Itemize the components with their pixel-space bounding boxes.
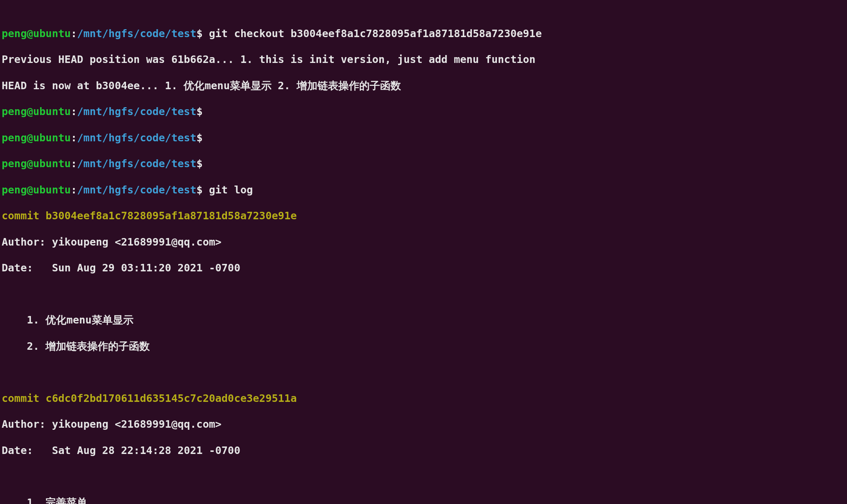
prompt-user: peng@ubuntu [2, 132, 71, 144]
prompt-dollar: $ [197, 105, 203, 118]
blank [2, 470, 845, 483]
prompt-line-gitlog: peng@ubuntu:/mnt/hgfs/code/test$ git log [2, 183, 845, 196]
prompt-path: /mnt/hgfs/code/test [77, 158, 197, 170]
prompt-path: /mnt/hgfs/code/test [77, 184, 197, 196]
blank [2, 288, 845, 301]
prompt-sep: : [71, 132, 77, 144]
prompt-user: peng@ubuntu [2, 105, 71, 118]
commit-msg-1b: 2. 增加链表操作的子函数 [2, 340, 845, 353]
commit-author-1: Author: yikoupeng <21689991@qq.com> [2, 236, 845, 248]
commit-msg-1a: 1. 优化menu菜单显示 [2, 313, 845, 326]
prompt-user: peng@ubuntu [2, 184, 71, 196]
blank [2, 366, 845, 379]
commit-date-2: Date: Sat Aug 28 22:14:28 2021 -0700 [2, 444, 845, 457]
cmd-git-checkout: git checkout b3004eef8a1c7828095af1a8718… [209, 28, 542, 40]
prompt-dollar: $ [197, 28, 203, 40]
prompt-path: /mnt/hgfs/code/test [77, 105, 197, 118]
commit-author-2: Author: yikoupeng <21689991@qq.com> [2, 418, 845, 431]
terminal[interactable]: peng@ubuntu:/mnt/hgfs/code/test$ git che… [0, 0, 847, 504]
prompt-dollar: $ [197, 132, 203, 144]
output-head-now: HEAD is now at b3004ee... 1. 优化menu菜单显示 … [2, 79, 845, 92]
prompt-line-empty-1: peng@ubuntu:/mnt/hgfs/code/test$ [2, 105, 845, 118]
prompt-sep: : [71, 184, 77, 196]
prompt-line-empty-2: peng@ubuntu:/mnt/hgfs/code/test$ [2, 131, 845, 144]
commit-hash-2: commit c6dc0f2bd170611d635145c7c20ad0ce3… [2, 392, 845, 405]
cmd-git-log: git log [209, 184, 253, 196]
prompt-sep: : [71, 158, 77, 170]
commit-msg-2a: 1. 完善菜单 [2, 496, 845, 504]
prompt-path: /mnt/hgfs/code/test [77, 132, 197, 144]
prompt-user: peng@ubuntu [2, 158, 71, 170]
prompt-line-checkout: peng@ubuntu:/mnt/hgfs/code/test$ git che… [2, 27, 845, 40]
prompt-dollar: $ [197, 158, 203, 170]
prompt-dollar: $ [197, 184, 203, 196]
prompt-sep: : [71, 28, 77, 40]
prompt-user: peng@ubuntu [2, 28, 71, 40]
prompt-line-empty-3: peng@ubuntu:/mnt/hgfs/code/test$ [2, 157, 845, 170]
output-prev-head: Previous HEAD position was 61b662a... 1.… [2, 53, 845, 66]
commit-date-1: Date: Sun Aug 29 03:11:20 2021 -0700 [2, 261, 845, 274]
prompt-sep: : [71, 105, 77, 118]
commit-hash-1: commit b3004eef8a1c7828095af1a87181d58a7… [2, 209, 845, 222]
prompt-path: /mnt/hgfs/code/test [77, 28, 197, 40]
